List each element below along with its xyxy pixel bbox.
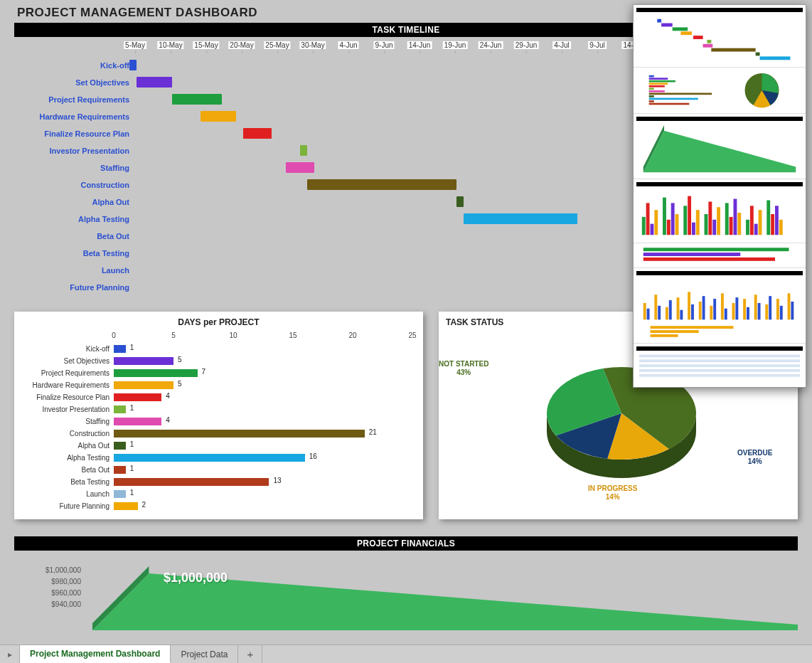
gantt-bar [129, 60, 137, 70]
svg-rect-15 [649, 83, 668, 85]
tab-scroll-button[interactable]: ▸ [0, 645, 20, 663]
financials-y-tick: $1,000,000 [14, 566, 85, 578]
thumb-timeline[interactable] [634, 5, 806, 67]
gantt-x-tick: 4-Jun [338, 41, 358, 49]
days-bar [114, 490, 126, 498]
financials-y-tick: $940,000 [14, 600, 85, 612]
dashboard-thumbnail-strip[interactable] [633, 4, 806, 388]
days-row-label: Kick-off [21, 345, 114, 353]
svg-rect-6 [693, 36, 703, 39]
gantt-row-label: Alpha Out [14, 198, 135, 206]
days-value-label: 13 [270, 477, 281, 484]
days-value-label: 5 [175, 380, 182, 388]
gantt-bar [243, 128, 272, 139]
svg-rect-85 [791, 302, 794, 319]
section-title-financials: PROJECT FINANCIALS [14, 536, 798, 551]
worksheet-tab[interactable]: Project Management Dashboard [20, 645, 171, 663]
svg-rect-3 [661, 23, 673, 27]
svg-rect-27 [642, 217, 646, 235]
days-row-label: Investor Presentation [21, 405, 114, 413]
tab-add-button[interactable]: + [238, 645, 262, 663]
thumb-table[interactable] [634, 343, 806, 387]
financials-chart: $1,000,000$980,000$960,000$940,000 $1,00… [14, 566, 798, 637]
svg-rect-71 [713, 299, 716, 319]
days-bar [114, 430, 365, 437]
days-row-label: Future Planning [21, 502, 114, 510]
svg-rect-48 [750, 206, 754, 235]
days-value-label: 4 [163, 416, 170, 424]
financials-y-tick: $960,000 [14, 589, 85, 600]
thumb-barcluster-1[interactable] [634, 179, 806, 243]
svg-rect-82 [776, 299, 779, 319]
days-per-project-chart: DAYS per PROJECT 0510152025 Kick-off1Set… [14, 312, 423, 519]
svg-rect-67 [691, 304, 694, 319]
svg-rect-88 [651, 334, 678, 337]
days-bar [114, 466, 126, 474]
days-row-label: Beta Out [21, 466, 114, 474]
days-value-label: 1 [127, 489, 134, 497]
gantt-row-label: Future Planning [14, 283, 135, 292]
pie-label: IN PROGRESS14% [588, 484, 637, 502]
gantt-x-tick: 19-Jun [443, 41, 468, 49]
svg-rect-16 [649, 85, 665, 87]
gantt-bar [172, 94, 222, 105]
thumb-financials[interactable] [634, 113, 806, 179]
svg-rect-29 [651, 224, 654, 235]
svg-rect-2 [657, 19, 661, 23]
gantt-row-label: Construction [14, 181, 135, 189]
days-value-label: 1 [127, 344, 134, 351]
thumb-days-and-pie[interactable] [634, 67, 806, 113]
svg-rect-60 [654, 295, 657, 319]
days-row: Alpha Out1 [21, 440, 416, 452]
days-value-label: 21 [366, 428, 377, 436]
svg-rect-54 [779, 220, 783, 235]
gantt-row-label: Kick-off [14, 61, 135, 70]
gantt-row-label: Launch [14, 266, 135, 275]
gantt-x-tick: 9-Jul [588, 41, 607, 49]
thumb-barcluster-2[interactable] [634, 267, 806, 343]
svg-rect-36 [688, 196, 691, 235]
svg-rect-22 [649, 100, 654, 102]
days-bar [114, 381, 173, 389]
svg-rect-75 [735, 297, 738, 319]
svg-rect-52 [771, 214, 774, 235]
svg-rect-76 [743, 299, 746, 319]
svg-rect-78 [754, 295, 757, 319]
days-bar [114, 345, 126, 353]
svg-rect-81 [769, 296, 771, 319]
days-row: Beta Out1 [21, 464, 416, 476]
svg-rect-14 [649, 80, 675, 83]
svg-rect-62 [666, 307, 668, 320]
days-row-label: Set Objectives [21, 357, 114, 365]
days-bar [114, 454, 305, 462]
worksheet-tab[interactable]: Project Data [171, 645, 238, 663]
svg-rect-89 [639, 355, 800, 358]
days-bar [114, 502, 138, 510]
svg-rect-7 [707, 40, 711, 43]
svg-rect-5 [680, 31, 692, 35]
pie-label: OVERDUE14% [737, 449, 772, 466]
svg-rect-37 [692, 223, 695, 235]
gantt-x-tick: 10-May [157, 41, 183, 49]
svg-rect-4 [673, 27, 688, 31]
days-row: Future Planning2 [21, 500, 416, 512]
svg-rect-35 [683, 206, 687, 235]
svg-rect-32 [667, 220, 671, 235]
days-row-label: Construction [21, 430, 114, 437]
svg-rect-86 [651, 326, 734, 329]
svg-rect-73 [725, 309, 727, 320]
days-row-label: Alpha Testing [21, 454, 114, 462]
gantt-row-label: Finalize Resource Plan [14, 129, 135, 138]
days-x-tick: 5 [171, 332, 176, 339]
days-value-label: 7 [199, 368, 206, 376]
days-bar [114, 369, 198, 377]
days-row: Launch1 [21, 488, 416, 500]
days-x-tick: 10 [229, 332, 237, 339]
svg-rect-38 [696, 210, 700, 235]
thumb-progressbars[interactable] [634, 243, 806, 267]
days-row: Staffing4 [21, 415, 416, 428]
svg-rect-69 [703, 296, 705, 319]
svg-rect-12 [649, 75, 654, 78]
svg-rect-83 [780, 306, 783, 320]
svg-rect-74 [732, 303, 735, 319]
